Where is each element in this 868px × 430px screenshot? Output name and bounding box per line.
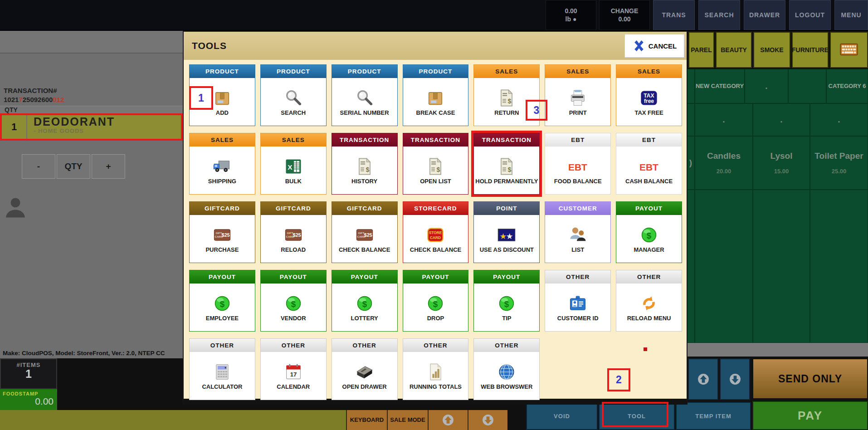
search-icon xyxy=(354,86,375,110)
grid-cell[interactable]: . xyxy=(695,103,753,136)
grid-cell-toilet-paper[interactable]: Toilet Paper25.00 xyxy=(810,136,868,190)
category-tab-smoke[interactable]: SMOKE xyxy=(753,32,790,68)
tool-tile-sales-print[interactable]: SALESPRINT xyxy=(545,64,611,126)
sale-mode-button[interactable]: SALE MODE xyxy=(387,410,428,430)
send-only-button[interactable]: SEND ONLY xyxy=(752,358,868,399)
box-icon xyxy=(425,86,446,110)
tool-tile-transaction-history[interactable]: TRANSACTION$HISTORY xyxy=(332,133,398,195)
tool-tile-product-break-case[interactable]: PRODUCTBREAK CASE xyxy=(403,64,469,126)
tool-tile-other-open-drawer[interactable]: OTHEROPEN DRAWER xyxy=(332,338,398,400)
tool-tile-payout-tip[interactable]: PAYOUT$TIP xyxy=(473,270,540,332)
temp-item-button[interactable]: TEMP ITEM xyxy=(676,402,751,430)
logout-button[interactable]: LOGOUT xyxy=(789,0,831,30)
tool-tile-payout-vendor[interactable]: PAYOUT$VENDOR xyxy=(260,270,327,332)
tile-label: CUSTOMER ID xyxy=(557,315,599,322)
trans-button[interactable]: TRANS xyxy=(653,0,695,30)
grid-cell xyxy=(788,69,826,103)
svg-text:$25: $25 xyxy=(364,232,372,238)
tool-tile-other-reload-menu[interactable]: OTHERRELOAD MENU xyxy=(616,270,682,332)
excel-icon: X xyxy=(283,155,304,178)
tool-tile-product-serial-number[interactable]: PRODUCTSERIAL NUMBER xyxy=(332,64,398,126)
tool-tile-transaction-hold-permanently[interactable]: TRANSACTION$HOLD PERMANENTLY xyxy=(473,133,540,195)
tile-category-label: PRODUCT xyxy=(190,65,255,78)
page-up-button[interactable] xyxy=(688,358,718,400)
tile-category-label: OTHER xyxy=(332,339,397,352)
qty-minus-button[interactable]: - xyxy=(22,154,55,179)
tool-tile-sales-tax-free[interactable]: SALESTAXfreeTAX FREE xyxy=(616,64,682,126)
cart-item-row[interactable]: 1 DEODORANT - HOME GOODS xyxy=(0,113,183,141)
keyboard-button[interactable]: KEYBOARD xyxy=(346,410,387,430)
svg-text:$: $ xyxy=(437,166,440,173)
tool-tile-giftcard-purchase[interactable]: GIFTCARDGIFTCARD$25PURCHASE xyxy=(189,201,255,263)
tile-label: HOLD PERMANENTLY xyxy=(475,178,538,185)
grid-cell[interactable]: ) xyxy=(687,136,695,190)
annotation-box-3: 3 xyxy=(526,100,547,121)
giftcard-icon: GIFTCARD$25 xyxy=(212,223,233,247)
tool-tile-payout-lottery[interactable]: PAYOUT$LOTTERY xyxy=(332,270,398,332)
search-button[interactable]: SEARCH xyxy=(698,0,740,30)
tile-label: OPEN LIST xyxy=(420,178,451,185)
drawer-button[interactable]: DRAWER xyxy=(744,0,785,30)
tile-category-label: SALES xyxy=(616,65,682,78)
tool-tile-other-web-browswer[interactable]: OTHERWEB BROWSWER xyxy=(473,338,540,400)
grid-cell xyxy=(753,190,810,343)
tool-tile-payout-drop[interactable]: PAYOUT$DROP xyxy=(403,270,469,332)
svg-text:$: $ xyxy=(508,98,512,105)
category-tab-beauty[interactable]: BEAUTY xyxy=(716,32,752,68)
tool-tile-payout-manager[interactable]: PAYOUT$MANAGER xyxy=(616,201,682,263)
qty-plus-button[interactable]: + xyxy=(92,154,125,179)
svg-text:$: $ xyxy=(647,231,652,240)
void-button[interactable]: VOID xyxy=(526,402,598,430)
category-tab-parel[interactable]: PAREL xyxy=(688,32,714,68)
people-icon xyxy=(567,223,588,247)
tool-tile-giftcard-check-balance[interactable]: GIFTCARDGIFTCARD$25CHECK BALANCE xyxy=(332,201,398,263)
pay-button[interactable]: PAY xyxy=(752,401,868,430)
tool-tile-transaction-open-list[interactable]: TRANSACTION$OPEN LIST xyxy=(403,133,469,195)
drawer-icon xyxy=(354,360,375,384)
scroll-up-button[interactable] xyxy=(428,410,468,430)
grid-cell-category-6[interactable]: CATEGORY 6 xyxy=(826,69,868,103)
tool-tile-customer-list[interactable]: CUSTOMERLIST xyxy=(545,201,611,263)
grid-cell[interactable]: . xyxy=(753,103,810,136)
tile-category-label: OTHER xyxy=(261,339,326,352)
grid-cell-lysol[interactable]: Lysol15.00 xyxy=(753,136,810,190)
refresh-icon xyxy=(639,292,659,315)
dollar-icon: $ xyxy=(425,292,446,315)
transaction-label: TRANSACTION# xyxy=(4,86,64,95)
grid-cell-new-category[interactable]: NEW CATEGORY xyxy=(695,69,745,103)
qty-value-button[interactable]: QTY xyxy=(57,154,90,179)
tile-label: VENDOR xyxy=(281,315,306,322)
category-tab-furniture[interactable]: FURNITURE xyxy=(792,32,829,68)
item-name: DEODORANT xyxy=(34,116,115,127)
tool-tile-product-search[interactable]: PRODUCTSEARCH xyxy=(260,64,327,126)
tool-tile-sales-bulk[interactable]: SALESXBULK xyxy=(260,133,327,195)
scroll-down-button[interactable] xyxy=(468,410,507,430)
keyboard-tab-button[interactable] xyxy=(830,32,868,68)
tool-tile-point-use-as-discount[interactable]: POINT★★USE AS DISCOUNT xyxy=(473,201,540,263)
menu-button[interactable]: MENU xyxy=(834,0,868,30)
tile-label: SEARCH xyxy=(281,110,306,117)
tile-category-label: OTHER xyxy=(403,339,468,352)
doc-icon: $ xyxy=(354,155,375,178)
tool-tile-ebt-cash-balance[interactable]: EBTEBTCASH BALANCE xyxy=(616,133,682,195)
page-down-button[interactable] xyxy=(720,358,750,400)
tool-tile-other-customer-id[interactable]: OTHERCUSTOMER ID xyxy=(545,270,611,332)
modal-header: TOOLS CANCEL xyxy=(184,32,687,60)
cancel-button[interactable]: CANCEL xyxy=(624,34,684,58)
calculator-icon xyxy=(212,360,233,384)
tool-tile-payout-employee[interactable]: PAYOUT$EMPLOYEE xyxy=(189,270,255,332)
svg-text:GIFT: GIFT xyxy=(215,232,222,235)
grid-cell xyxy=(687,69,695,103)
tool-tile-giftcard-reload[interactable]: GIFTCARDGIFTCARD$25RELOAD xyxy=(260,201,327,263)
tool-tile-storecard-check-balance[interactable]: STORECARDSTORECARDCHECK BALANCE xyxy=(403,201,469,263)
tool-tile-other-calendar[interactable]: OTHER17CALENDAR xyxy=(260,338,327,400)
grid-cell[interactable]: . xyxy=(810,103,868,136)
tile-label: EMPLOYEE xyxy=(206,315,239,322)
grid-cell[interactable]: . xyxy=(745,69,788,103)
tool-tile-ebt-food-balance[interactable]: EBTEBTFOOD BALANCE xyxy=(545,133,611,195)
idcard-icon xyxy=(567,292,588,315)
tool-tile-other-running-totals[interactable]: OTHERRUNNING TOTALS xyxy=(403,338,469,400)
tool-tile-other-calculator[interactable]: OTHERCALCULATOR xyxy=(189,338,255,400)
grid-cell-candles[interactable]: Candles20.00 xyxy=(695,136,753,190)
tool-tile-sales-shipping[interactable]: SALESSHIPPING xyxy=(189,133,255,195)
